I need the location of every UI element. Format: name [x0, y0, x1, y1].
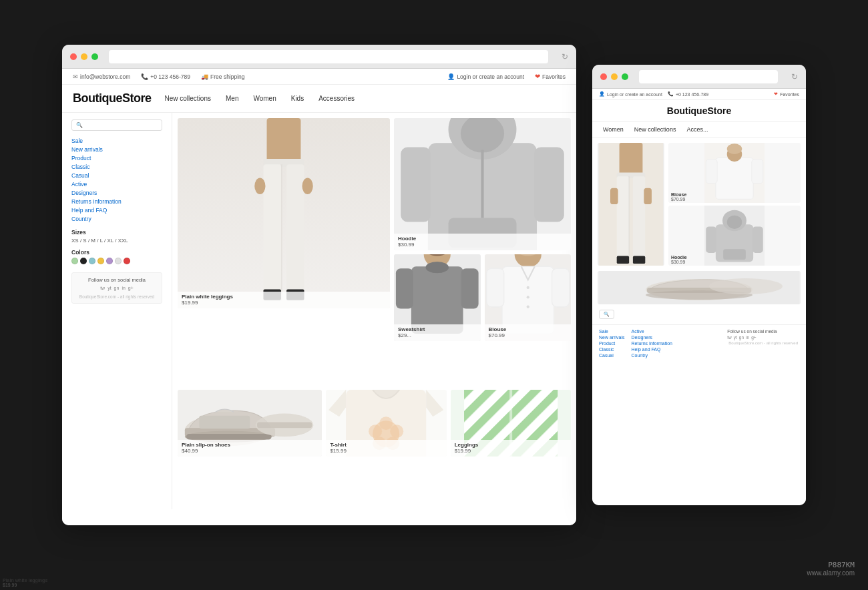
sidebar-new-arrivals[interactable]: New arrivals	[71, 146, 162, 153]
svg-rect-13	[534, 148, 564, 222]
product-info-tshirt: T-shirt $15.99	[326, 440, 446, 457]
svg-point-43	[369, 424, 382, 438]
nav-new-collections[interactable]: New collections	[165, 95, 211, 102]
small-favorites[interactable]: ❤ Favorites	[774, 91, 799, 97]
sidebar-faq[interactable]: Help and FAQ	[71, 207, 162, 214]
small-gplus-icon[interactable]: g+	[751, 335, 756, 340]
swatch-green[interactable]	[71, 258, 78, 264]
small-phone: 📞 +0 123 456-789	[668, 91, 708, 97]
favorites-text: Favorites	[542, 73, 566, 80]
swatch-black[interactable]	[80, 258, 87, 264]
sidebar-casual[interactable]: Casual	[71, 172, 162, 179]
gplus-icon[interactable]: g+	[128, 286, 134, 290]
swatch-purple[interactable]	[106, 258, 113, 264]
sidebar-designers[interactable]: Designers	[71, 190, 162, 196]
footer-sale[interactable]: Sale	[599, 329, 625, 334]
small-hoodie[interactable]: Hoodie $30.99	[668, 206, 801, 266]
sidebar-classic[interactable]: Classic	[71, 164, 162, 170]
small-twitter-icon[interactable]: tw	[727, 335, 732, 340]
sidebar-returns[interactable]: Returns Information	[71, 198, 162, 205]
swatch-red[interactable]	[124, 258, 130, 264]
login-text: Login or create an account	[457, 73, 524, 80]
browser-window-large: ↻ ✉ info@webstore.com 📞 +0 123 456-789 🚚	[62, 45, 576, 525]
address-bar[interactable]	[109, 50, 548, 63]
sidebar-sale[interactable]: Sale	[71, 137, 162, 144]
refresh-icon-small[interactable]: ↻	[791, 72, 798, 81]
product-leggings[interactable]: Plain white leggings $19.99	[178, 118, 390, 308]
product-sweatshirt[interactable]: Sweatshirt $29...	[394, 254, 481, 341]
watermark-area: P887KM www.alamy.com	[807, 561, 855, 577]
search-box[interactable]: 🔍	[71, 119, 162, 131]
footer-new-arrivals[interactable]: New arrivals	[599, 335, 625, 340]
favorites-item[interactable]: ❤ Favorites	[535, 73, 566, 80]
small-brand-name[interactable]: BoutiqueStore	[600, 105, 798, 116]
footer-classic[interactable]: Classic	[599, 347, 625, 352]
svg-point-29	[526, 306, 529, 308]
login-item[interactable]: 👤 Login or create an account	[447, 73, 524, 80]
nav-men[interactable]: Men	[226, 95, 238, 102]
tab-accessories[interactable]: Acces...	[681, 122, 713, 137]
sidebar-menu: Sale New arrivals Product Classic Casual…	[71, 137, 162, 222]
small-google-icon[interactable]: gn	[739, 335, 744, 340]
footer-casual[interactable]: Casual	[599, 353, 625, 358]
youtube-icon[interactable]: yt	[107, 286, 111, 290]
small-login[interactable]: 👤 Login or create an account	[599, 91, 662, 97]
footer-faq[interactable]: Help and FAQ	[632, 347, 672, 352]
svg-rect-49	[620, 143, 643, 175]
product-info-leggings2: Leggings $19.99	[451, 440, 571, 457]
product-info-blouse: Blouse $70.99	[485, 324, 572, 341]
tab-new-collections[interactable]: New collections	[629, 122, 682, 137]
small-footer-col2: Active Designers Returns Information Hel…	[632, 329, 672, 358]
close-button-small[interactable]	[600, 73, 607, 80]
email-text: info@webstore.com	[80, 73, 130, 80]
linkedin-icon[interactable]: in	[122, 286, 125, 290]
product-hoodie[interactable]: Hoodie $30.99	[394, 118, 571, 250]
minimize-button[interactable]	[81, 53, 87, 60]
footer-product[interactable]: Product	[599, 341, 625, 346]
product-tshirt[interactable]: T-shirt $15.99	[326, 390, 446, 457]
fullscreen-button[interactable]	[91, 53, 98, 60]
product-leggings2[interactable]: Leggings $19.99	[451, 390, 571, 457]
footer-designers[interactable]: Designers	[632, 335, 672, 340]
product-name-shoes: Plain slip-on shoes	[182, 442, 318, 448]
phone-item: 📞 +0 123 456-789	[141, 73, 190, 80]
twitter-icon[interactable]: tw	[100, 286, 105, 290]
product-name-tshirt: T-shirt	[330, 442, 442, 448]
small-linkedin-icon[interactable]: in	[746, 335, 749, 340]
svg-point-75	[709, 278, 783, 294]
svg-rect-54	[617, 256, 629, 264]
swatch-teal[interactable]	[89, 258, 95, 264]
product-shoes[interactable]: Plain slip-on shoes $40.99	[178, 390, 322, 457]
svg-point-67	[727, 216, 742, 229]
product-blouse[interactable]: Blouse $70.99	[485, 254, 572, 341]
sidebar-active[interactable]: Active	[71, 181, 162, 188]
footer-country[interactable]: Country	[632, 353, 672, 358]
swatch-gray[interactable]	[115, 258, 122, 264]
google-icon[interactable]: gn	[114, 286, 120, 290]
swatch-yellow[interactable]	[97, 258, 104, 264]
nav-women[interactable]: Women	[253, 95, 276, 102]
footer-returns[interactable]: Returns Information	[632, 341, 672, 346]
small-search-box[interactable]: 🔍	[599, 310, 614, 319]
fullscreen-button-small[interactable]	[622, 73, 628, 80]
phone-text: +0 123 456-789	[150, 73, 190, 80]
watermark-site: www.alamy.com	[807, 569, 855, 577]
shipping-item: 🚚 Free shipping	[201, 73, 245, 80]
mail-icon: ✉	[73, 73, 78, 80]
svg-rect-70	[723, 249, 746, 260]
small-phone-text: +0 123 456-789	[676, 92, 708, 97]
footer-active[interactable]: Active	[632, 329, 672, 334]
sidebar-product[interactable]: Product	[71, 155, 162, 162]
sidebar-country[interactable]: Country	[71, 216, 162, 222]
nav-accessories[interactable]: Accessories	[318, 95, 355, 102]
close-button[interactable]	[70, 53, 77, 60]
minimize-button-small[interactable]	[611, 73, 618, 80]
small-main-product[interactable]: Plain white leggings $19.99	[598, 143, 664, 266]
address-bar-small[interactable]	[639, 70, 778, 83]
tab-women[interactable]: Women	[598, 122, 629, 137]
small-youtube-icon[interactable]: yt	[734, 335, 737, 340]
nav-kids[interactable]: Kids	[291, 95, 304, 102]
small-blouse[interactable]: Blouse $70.99	[668, 143, 801, 203]
brand-name[interactable]: BoutiqueStore	[73, 91, 152, 105]
refresh-icon[interactable]: ↻	[562, 52, 568, 61]
